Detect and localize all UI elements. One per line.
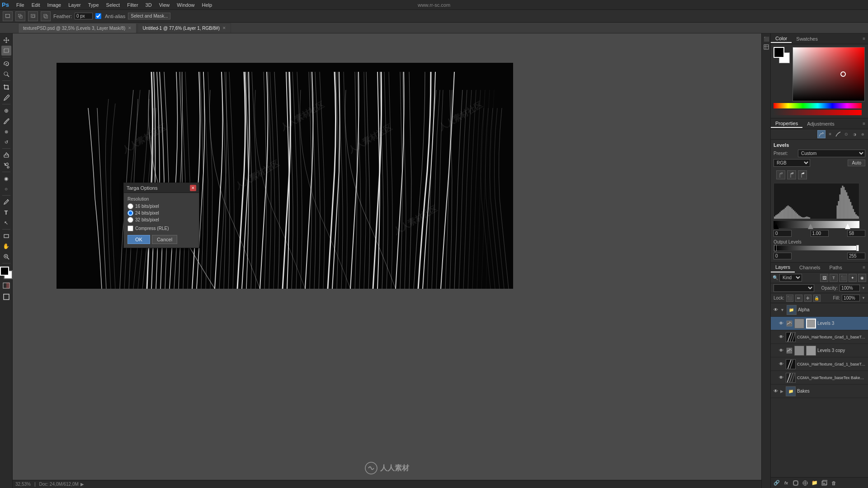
menu-layer[interactable]: Layer [65, 1, 85, 9]
color-gradient-picker[interactable] [793, 47, 865, 101]
lasso-tool[interactable] [1, 59, 11, 69]
quick-mask-btn[interactable] [1, 281, 11, 291]
radio-32bit[interactable]: 32 bits/pixel [127, 217, 195, 223]
adjustment-hue-sat-icon[interactable]: ◑ [851, 131, 858, 138]
adjustment-exposure-icon[interactable]: ⊙ [843, 131, 850, 138]
menu-filter[interactable]: Filter [123, 1, 142, 9]
color-tab[interactable]: Color [771, 35, 792, 43]
layer-fx-icon[interactable]: fx [782, 479, 790, 487]
white-input-value[interactable] [847, 230, 865, 237]
mid-input-value[interactable] [811, 230, 829, 237]
hand-tool[interactable]: ✋ [1, 241, 11, 251]
layer-group-icon[interactable]: 📁 [811, 479, 819, 487]
eye-icon-levels3copy[interactable]: 👁 [778, 347, 784, 354]
antialias-checkbox[interactable] [95, 13, 101, 19]
tab-0[interactable]: texturePSD.psd @ 32,5% (Levels 3, Layer … [18, 23, 137, 33]
zoom-tool[interactable] [1, 252, 11, 262]
brush-tool[interactable] [1, 116, 11, 126]
right-icon-color[interactable]: ⬛ [763, 35, 770, 42]
history-brush-tool[interactable]: ↺ [1, 137, 11, 147]
menu-edit[interactable]: Edit [28, 1, 44, 9]
layers-panel-menu-btn[interactable]: ≡ [860, 263, 868, 272]
move-tool[interactable] [1, 35, 11, 45]
eraser-tool[interactable] [1, 150, 11, 160]
quick-select-tool[interactable] [1, 69, 11, 79]
black-point-handle[interactable] [774, 224, 779, 229]
properties-tab[interactable]: Properties [771, 120, 802, 128]
fg-bg-color-selector[interactable] [0, 267, 13, 279]
blur-tool[interactable]: ◉ [1, 174, 11, 183]
paths-tab[interactable]: Paths [825, 263, 847, 272]
layer-tool-btn-1[interactable]: 🖼 [820, 274, 828, 282]
black-input-value[interactable] [774, 230, 792, 237]
menu-image[interactable]: Image [44, 1, 65, 9]
paint-bucket-tool[interactable] [1, 160, 11, 170]
layer-group-alpha[interactable]: 👁 ▼ 📁 Alpha [771, 303, 868, 317]
blend-mode-select[interactable]: Normal [774, 284, 814, 292]
adjustment-brightness-icon[interactable]: ☀ [826, 131, 834, 138]
compress-row[interactable]: Compress (RLE) [127, 225, 195, 231]
dialog-close-button[interactable]: ✕ [190, 185, 196, 191]
radio-16bit-input[interactable] [127, 203, 133, 209]
eyedropper-tool[interactable] [1, 93, 11, 103]
foreground-color-swatch[interactable] [0, 267, 9, 276]
radio-16bit[interactable]: 16 bits/pixel [127, 203, 195, 209]
channel-select[interactable]: RGB [774, 159, 810, 167]
eye-icon-cgma3[interactable]: 👁 [778, 375, 784, 381]
lock-transparent-btn[interactable]: ⬛ [786, 295, 793, 302]
clone-stamp-tool[interactable]: ⊗ [1, 127, 11, 136]
channels-tab[interactable]: Channels [795, 263, 825, 272]
intersect-selection-btn[interactable] [41, 11, 51, 21]
layer-cgma-2[interactable]: 👁 CGMA_HairTexture_Grad_1_baseToBak... [771, 357, 868, 371]
layer-tool-btn-5[interactable]: ◉ [858, 274, 866, 282]
fill-input[interactable] [842, 295, 860, 301]
menu-3d[interactable]: 3D [142, 1, 156, 9]
radio-32bit-input[interactable] [127, 217, 133, 223]
layer-levels3-copy[interactable]: 👁 Levels 3 copy [771, 344, 868, 357]
layer-levels3[interactable]: 👁 Levels 3 [771, 317, 868, 330]
layer-link-icon[interactable]: 🔗 [773, 479, 781, 487]
compress-checkbox[interactable] [127, 225, 133, 231]
layers-tab[interactable]: Layers [771, 263, 795, 272]
path-select-tool[interactable]: ↖ [1, 218, 11, 228]
tab-0-close[interactable]: ✕ [128, 26, 132, 30]
adjustment-colorbalance-icon[interactable]: ⊕ [859, 131, 866, 138]
pen-tool[interactable] [1, 197, 11, 207]
marquee-tool[interactable] [1, 46, 11, 56]
layer-cgma-3[interactable]: 👁 CGMA_HairTexture_baseTex Baked.bmp c..… [771, 371, 868, 385]
fill-arrow[interactable]: ▼ [862, 296, 865, 300]
levels-hist-icon[interactable] [817, 130, 826, 138]
crop-tool[interactable] [1, 82, 11, 92]
shape-tool[interactable] [1, 231, 11, 241]
opacity-input[interactable] [840, 285, 860, 291]
text-tool[interactable]: T [1, 207, 11, 217]
mid-point-handle[interactable] [808, 224, 813, 229]
selection-tool-btn[interactable] [3, 11, 13, 21]
eye-icon-levels3[interactable]: 👁 [778, 320, 784, 327]
layer-mask-icon[interactable] [792, 479, 800, 487]
white-point-handle[interactable] [845, 224, 850, 229]
eye-icon-alpha[interactable]: 👁 [773, 307, 779, 313]
auto-button[interactable]: Auto [848, 160, 865, 166]
radio-24bit-input[interactable] [127, 210, 133, 216]
new-layer-icon[interactable] [820, 479, 828, 487]
menu-type[interactable]: Type [85, 1, 103, 9]
subtract-selection-btn[interactable] [28, 11, 38, 21]
add-selection-btn[interactable] [15, 11, 25, 21]
eye-icon-cgma1[interactable]: 👁 [778, 334, 784, 340]
swatches-tab[interactable]: Swatches [792, 35, 822, 42]
eye-icon-cgma2[interactable]: 👁 [778, 361, 784, 367]
dialog-cancel-button[interactable]: Cancel [152, 235, 177, 244]
output-white-handle[interactable] [856, 245, 859, 251]
menu-view[interactable]: View [156, 1, 174, 9]
layer-tool-btn-4[interactable]: ✦ [849, 274, 857, 282]
properties-menu-btn[interactable]: ≡ [860, 121, 868, 126]
tab-1-close[interactable]: ✕ [222, 26, 226, 30]
layer-tool-btn-2[interactable]: T [830, 274, 838, 282]
lock-position-btn[interactable]: ✛ [804, 295, 811, 302]
radio-24bit[interactable]: 24 bits/pixel [127, 210, 195, 216]
dialog-ok-button[interactable]: OK [127, 235, 150, 244]
fg-swatch[interactable] [774, 47, 784, 58]
right-icon-adjust[interactable] [763, 43, 770, 51]
eye-icon-bakes[interactable]: 👁 [773, 388, 779, 394]
